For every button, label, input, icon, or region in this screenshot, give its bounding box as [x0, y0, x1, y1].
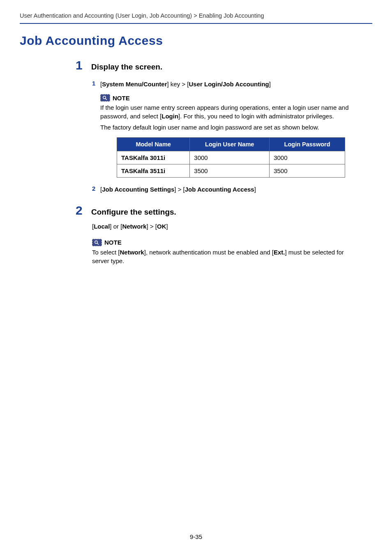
login-credentials-table: Model Name Login User Name Login Passwor… [117, 137, 345, 178]
cell-model: TASKalfa 3011i [117, 151, 190, 164]
table-header-row: Model Name Login User Name Login Passwor… [117, 138, 345, 151]
text: ] or [ [110, 223, 122, 230]
page-number: 9-35 [0, 533, 392, 540]
option-network: Network [120, 249, 144, 256]
option-ext: Ext. [274, 249, 285, 256]
cell-model: TASKalfa 3511i [117, 164, 190, 178]
text: To select [ [92, 249, 120, 256]
note-label: NOTE [104, 239, 122, 246]
table-row: TASKalfa 3011i 3000 3000 [117, 151, 345, 164]
col-login-user: Login User Name [190, 138, 270, 151]
text: ]. For this, you need to login with admi… [178, 113, 334, 120]
note-text: If the login user name entry screen appe… [100, 103, 353, 120]
page-title: Job Accounting Access [20, 34, 372, 48]
note-icon [100, 94, 110, 102]
menu-item-label: User Login/Job Accounting [189, 81, 269, 88]
breadcrumb: User Authentication and Accounting (User… [20, 12, 372, 19]
note-icon [92, 239, 102, 246]
svg-line-1 [106, 99, 107, 100]
cell-user: 3000 [190, 151, 270, 164]
text: ] [254, 186, 256, 193]
note-label: NOTE [113, 95, 130, 102]
note-header: NOTE [92, 239, 353, 246]
svg-point-2 [95, 241, 97, 243]
step-title: Configure the settings. [91, 206, 176, 218]
text: ] > [ [147, 223, 157, 230]
menu-item-label: Job Accounting Settings [102, 186, 174, 193]
menu-key-label: System Menu/Counter [102, 81, 167, 88]
step-1-header: 1 Display the screen. [76, 59, 372, 73]
svg-point-0 [103, 96, 106, 99]
substep-number: 2 [92, 185, 100, 192]
option-ok: OK [157, 223, 166, 230]
substep-1: 1 [System Menu/Counter] key > [User Logi… [92, 80, 353, 88]
step-number: 2 [76, 204, 91, 217]
note-block: NOTE If the login user name entry screen… [100, 94, 353, 178]
text: ] [166, 223, 168, 230]
config-line: [Local] or [Network] > [OK] [92, 222, 353, 231]
substep-number: 1 [92, 80, 100, 87]
text: ] > [ [174, 186, 184, 193]
step-title: Display the screen. [91, 61, 162, 73]
cell-pass: 3000 [270, 151, 345, 164]
text: ], network authentication must be enable… [144, 249, 274, 256]
step-2-header: 2 Configure the settings. [76, 204, 372, 218]
substep-text: [System Menu/Counter] key > [User Login/… [100, 80, 271, 88]
note-header: NOTE [100, 94, 353, 102]
substep-text: [Job Accounting Settings] > [Job Account… [100, 185, 256, 194]
text: ] key > [ [167, 81, 189, 88]
step-2-content: [Local] or [Network] > [OK] NOTE To sele… [92, 222, 353, 265]
step-1-content: 1 [System Menu/Counter] key > [User Logi… [92, 80, 353, 194]
menu-item-label: Job Accounting Access [185, 186, 254, 193]
step-number: 1 [76, 59, 91, 72]
text: ] [269, 81, 271, 88]
svg-line-3 [97, 243, 99, 245]
note-text: To select [Network], network authenticat… [92, 248, 353, 265]
login-label: Login [161, 113, 178, 120]
col-model-name: Model Name [117, 138, 190, 151]
cell-user: 3500 [190, 164, 270, 178]
note-block: NOTE To select [Network], network authen… [92, 239, 353, 265]
cell-pass: 3500 [270, 164, 345, 178]
note-text: The factory default login user name and … [100, 123, 353, 132]
col-login-password: Login Password [270, 138, 345, 151]
substep-2: 2 [Job Accounting Settings] > [Job Accou… [92, 185, 353, 194]
option-local: Local [94, 223, 110, 230]
table-row: TASKalfa 3511i 3500 3500 [117, 164, 345, 178]
header-rule [20, 23, 372, 24]
option-network: Network [122, 223, 146, 230]
